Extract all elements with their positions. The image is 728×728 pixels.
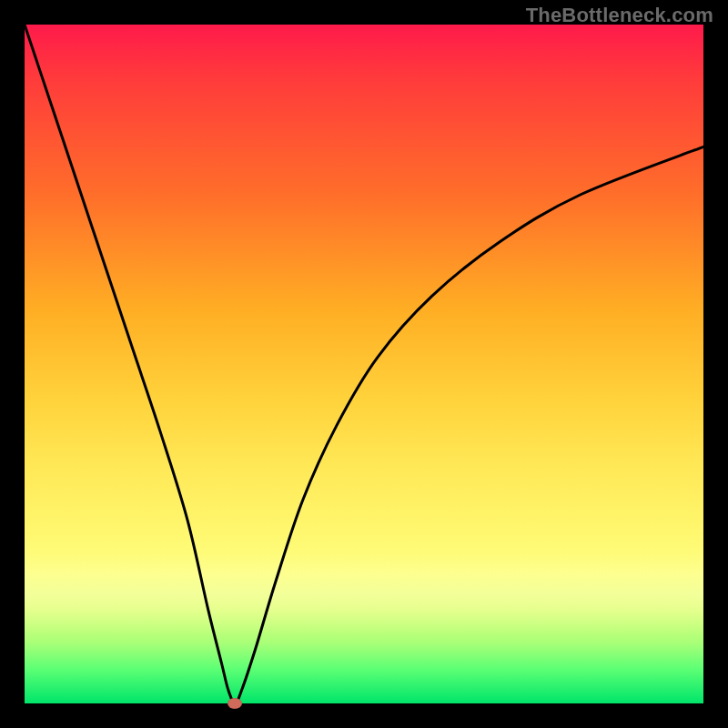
plot-area — [25, 25, 703, 703]
bottleneck-curve — [25, 25, 703, 703]
curve-layer — [25, 25, 703, 703]
watermark-text: TheBottleneck.com — [526, 4, 713, 27]
chart-frame: TheBottleneck.com — [0, 0, 728, 728]
minimum-marker — [228, 698, 242, 709]
